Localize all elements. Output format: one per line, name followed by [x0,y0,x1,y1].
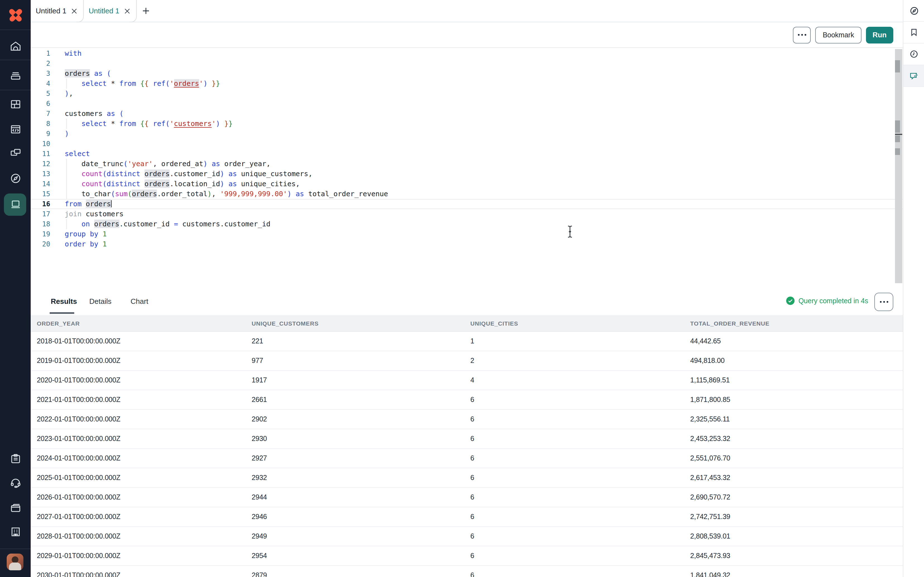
table-cell[interactable]: 1,841,049.32 [690,571,903,577]
tab-untitled-1[interactable]: Untitled 1 [31,0,84,22]
bookmark-button[interactable]: Bookmark [816,26,861,43]
table-cell[interactable]: 2,690,570.72 [690,493,903,501]
code-line[interactable]: 16from orders [31,199,903,209]
sidebar-item-organization[interactable] [0,521,31,543]
table-cell[interactable]: 2944 [252,493,470,501]
code-line[interactable]: 15to_char(sum(orders.order_total), '999,… [31,189,903,199]
table-cell[interactable]: 1 [470,337,690,345]
sidebar-item-resources[interactable] [0,497,31,519]
table-cell[interactable]: 2026-01-01T00:00:00.000Z [37,493,252,501]
sidebar-item-collections[interactable] [0,64,31,86]
table-cell[interactable]: 2932 [252,474,470,482]
code-line[interactable]: 10 [31,139,903,149]
sidebar-item-notebooks-active[interactable] [0,193,31,216]
table-cell[interactable]: 2954 [252,552,470,560]
table-row[interactable]: 2021-01-01T00:00:00.000Z266161,871,800.8… [31,390,903,410]
tab-results[interactable]: Results [51,297,77,306]
table-cell[interactable]: 2,742,751.39 [690,513,903,521]
code-line[interactable]: 6 [31,99,903,109]
table-cell[interactable]: 2,617,453.32 [690,474,903,482]
table-cell[interactable]: 2930 [252,435,470,443]
table-cell[interactable]: 2020-01-01T00:00:00.000Z [37,376,252,384]
table-cell[interactable]: 2902 [252,415,470,423]
table-row[interactable]: 2028-01-01T00:00:00.000Z294962,808,539.0… [31,527,903,546]
table-row[interactable]: 2030-01-01T00:00:00.000Z287961,841,049.3… [31,566,903,577]
table-cell[interactable]: 1,115,869.51 [690,376,903,384]
hex-logo[interactable] [0,4,31,26]
table-cell[interactable]: 2024-01-01T00:00:00.000Z [37,455,252,462]
sql-editor[interactable]: 1with23orders as (4select * from {{ ref(… [31,48,903,289]
sidebar-item-support[interactable] [0,472,31,494]
table-cell[interactable]: 6 [470,513,690,521]
table-cell[interactable]: 494,818.00 [690,357,903,364]
right-rail-ai-chat[interactable] [903,65,924,87]
tab-chart[interactable]: Chart [131,297,149,306]
code-line[interactable]: 19group by 1 [31,229,903,239]
table-cell[interactable]: 4 [470,376,690,384]
table-cell[interactable]: 2025-01-01T00:00:00.000Z [37,474,252,482]
table-cell[interactable]: 2946 [252,513,470,521]
table-cell[interactable]: 2879 [252,571,470,577]
table-cell[interactable]: 2028-01-01T00:00:00.000Z [37,532,252,540]
table-cell[interactable]: 2019-01-01T00:00:00.000Z [37,357,252,364]
table-cell[interactable]: 1,871,800.85 [690,396,903,404]
table-cell[interactable]: 2029-01-01T00:00:00.000Z [37,552,252,560]
editor-scrollbar[interactable] [895,49,902,283]
table-row[interactable]: 2025-01-01T00:00:00.000Z293262,617,453.3… [31,468,903,488]
sidebar-item-explore[interactable] [0,167,31,190]
sidebar-item-code-browser[interactable] [0,118,31,140]
code-line[interactable]: 11select [31,149,903,159]
table-row[interactable]: 2023-01-01T00:00:00.000Z293062,453,253.3… [31,429,903,449]
table-cell[interactable]: 221 [252,337,470,345]
table-cell[interactable]: 2018-01-01T00:00:00.000Z [37,337,252,345]
new-tab-button[interactable] [137,0,156,22]
table-row[interactable]: 2020-01-01T00:00:00.000Z191741,115,869.5… [31,371,903,390]
table-cell[interactable]: 1917 [252,376,470,384]
code-line[interactable]: 1with [31,48,903,58]
more-options-button[interactable] [793,26,811,43]
code-line[interactable]: 8select * from {{ ref('customers') }} [31,119,903,129]
close-icon[interactable] [71,8,77,14]
table-cell[interactable]: 6 [470,532,690,540]
table-cell[interactable]: 6 [470,552,690,560]
table-cell[interactable]: 2,808,539.01 [690,532,903,540]
table-row[interactable]: 2019-01-01T00:00:00.000Z9772494,818.00 [31,351,903,371]
table-cell[interactable]: 2,845,473.93 [690,552,903,560]
code-line[interactable]: 3orders as ( [31,69,903,79]
table-row[interactable]: 2024-01-01T00:00:00.000Z292762,551,076.7… [31,449,903,468]
code-line[interactable]: 17join customers [31,209,903,219]
table-cell[interactable]: 2030-01-01T00:00:00.000Z [37,571,252,577]
tab-untitled-2[interactable]: Untitled 1 [84,0,137,22]
column-header-unique-customers[interactable]: UNIQUE_CUSTOMERS [252,320,470,326]
code-line[interactable]: 12date_trunc('year', ordered_at) as orde… [31,159,903,169]
code-line[interactable]: 20order by 1 [31,239,903,249]
table-row[interactable]: 2018-01-01T00:00:00.000Z221144,442.65 [31,332,903,351]
tab-details[interactable]: Details [89,297,111,306]
close-icon[interactable] [124,8,130,14]
table-cell[interactable]: 6 [470,493,690,501]
right-rail-history[interactable] [903,44,924,65]
code-line[interactable]: 5), [31,89,903,99]
column-header-order-year[interactable]: ORDER_YEAR [37,320,252,326]
user-avatar[interactable] [7,554,23,570]
table-cell[interactable]: 6 [470,415,690,423]
table-row[interactable]: 2026-01-01T00:00:00.000Z294462,690,570.7… [31,488,903,507]
code-line[interactable]: 18on orders.customer_id = customers.cust… [31,219,903,229]
table-cell[interactable]: 6 [470,571,690,577]
table-cell[interactable]: 6 [470,474,690,482]
table-cell[interactable]: 2027-01-01T00:00:00.000Z [37,513,252,521]
right-rail-explore[interactable] [903,0,924,22]
code-line[interactable]: 7customers as ( [31,109,903,119]
sidebar-item-home[interactable] [0,35,31,57]
run-button[interactable]: Run [866,26,893,43]
code-line[interactable]: 9) [31,129,903,139]
code-line[interactable]: 4select * from {{ ref('orders') }} [31,79,903,89]
table-cell[interactable]: 2,453,253.32 [690,435,903,443]
sidebar-item-docs[interactable] [0,448,31,470]
table-cell[interactable]: 2022-01-01T00:00:00.000Z [37,415,252,423]
table-cell[interactable]: 6 [470,396,690,404]
table-cell[interactable]: 2949 [252,532,470,540]
table-cell[interactable]: 2021-01-01T00:00:00.000Z [37,396,252,404]
right-rail-bookmarks[interactable] [903,22,924,44]
code-line[interactable]: 14count(distinct orders.location_id) as … [31,179,903,189]
